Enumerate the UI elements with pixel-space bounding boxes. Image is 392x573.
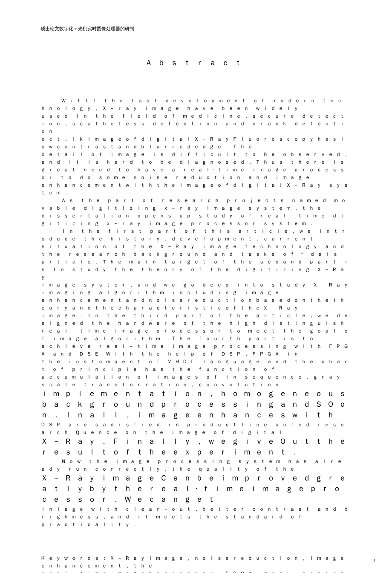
line: ｉｍａｇｅ ｓｙｓｔｅｍ，ａｎｄ ｗｅ ｇｏ ｄｅｅｐ ｉｎｔｏ ｓｔｕｄｙ Ｘ…	[40, 282, 355, 295]
line: ｄｅｔａｉｌ ｏｆ ｉｍａｇｅ ｉｓ ｄｉｆｆｉｃｕｌｔ ｔｏ ｂｅ ｏｂｓｅｒ…	[40, 151, 351, 165]
page-number: II	[372, 558, 375, 562]
line: ｄｉｓｓｅｒｔａｔｉｏｎ ｏｐｅｎｓ ｕｐ ｓｔｕｄｙ ｏｆ ｒｅａｌ－ｔｉｍｅ…	[40, 213, 347, 226]
line: ｓｉｔｕａｔｉｏｎ ｏｆ ｔｈｅ Ｘ－Ｒａｙ ｉｍａｇｅ ｔｅｃｈｎｏｌｏｇｙ …	[40, 243, 351, 257]
running-header: 硕士论文数字化 x 光机实时图像处理器的研制	[40, 26, 352, 32]
line-big: Ｘ－ＲａｙｉｍａｇｅＣａｎｂｅｉｍｐｒｏｖｅｄｇｒｅａｔｌｙｂｙｔｈｅｒｅａｌ·…	[40, 474, 351, 504]
line: ｅｃｔ．ｌｋｉｍａｇｅｏｆｄｉｇｉｔａｌＸ－ＲａｙＦｌｕｏｒｏｓｃｏｐｙｈａｓｌ…	[40, 136, 347, 150]
line: ｅｎｈａｎｃｅｍｅｎｔａｎｄｎｏｉｓｅｒｅｄｕｃｔｉｏｎｂａｓｅｄｏｎｔｈｅｔｈ…	[40, 297, 347, 311]
line: Ｎｏｗ ｔｈｅ ｉｍａｇｅ ｐｒｏｃｅｓｓｉｎｇ ｓｙｓｔｅｍ ｎａｓ ａｌｒｅ…	[40, 458, 345, 472]
line: Ｗｉｔｌｌ ｔｈｅ ｆａｓｔ ｄｅｖｅｌｏｐｍｅｎｔ ｏｆ ｍｏｄｅｒｎ ｔｅｃ…	[40, 98, 345, 111]
line: Ａｓ ｔｈｅ ｐａｒｔ ｏｆ ｒｅｓｅａｒｃｈ ｐｒｏｊｅｃｔｓ ｎａｍｅｄ ｍ…	[40, 197, 349, 211]
keywords-block: Ｋｅｙｗｏｒｄｓ：Ｘ－Ｒａｙｉｍａｇｅ，ｎｏｉｓｅｒｅｄｕｃｔｉｏｎ，ｉｍａｇｅ…	[40, 547, 352, 573]
line: ｇｒｅａｔ ｎｅｅｄ ｔｏ ｈａｖｅ ａ ｒｅａｌ·ｔｉｍｅ ｉｍａｇｅ ｐｒｏ…	[40, 167, 347, 180]
line: ａｒｔｉｃｌｅ．Ｔｈｅ ｍａｉｎ ｔａｒｇｅｔ ｏｆ ｔｈｅ ｓｅｃｏｎｄ ｐａ…	[40, 259, 351, 280]
line: ａｃｈｉｅｖｅ ｒｅａｌ－ｔｉｍｅ ｉｍａｇｅ ｐｒｏｃｅｓｓｉｎｇ ｗｉｔｈ …	[40, 343, 351, 357]
line: ｒｅａｌ－ｔｉｍｅ ｉｍａｇｅ ｐｒｏｃｅｓｓｏｒ ｔｏ ｍｅｅｔ ｔｈｅ ｇｏ…	[40, 328, 351, 341]
line: ｅｎｈａｎｃｅｍｅｎｔｗｉｔｈｔｈｅｉｍａｇｅｏｆｄｉｇｉｔａｌＸ－Ｒａｙ ｓｙ…	[40, 182, 351, 196]
line: Ｉｎ ｔｈｅ ｆｉｒｓｔ ｐａｒｔ ｏｆ ｔｈｉｓ ａｒｔｉｃｌｅ，ｗｅ ｉｎｔ…	[40, 228, 349, 242]
page: 硕士论文数字化 x 光机实时图像处理器的研制 Ａｂｓｔｒａｃｔ Ｗｉｔｌｌ ｔｈ…	[0, 0, 392, 573]
keywords-line: ｒｅａｌ－ｔｉｍｅｉｍａｇｅｐｒｏｃｅｓｓｏｒ，ＦＰＧＡ，ｇｒａｙ－ｓｃａｌｅｔ…	[40, 570, 347, 573]
abstract-title: Ａｂｓｔｒａｃｔ	[40, 58, 352, 68]
line: ｕｓｅｄ ｉｎ ｔｈｅ ｆｉｅｌｄ ｏｆ ｍｅｄｉｃｉｎｅ，ｓｅｃｕｒｅ ｄｅｔ…	[40, 113, 347, 134]
line-big: Ｘ－Ｒａｙ．Ｆｉｎａｌｌｙ，ｗｅｇｉｖｅＯｕｔｔｈｅｒｅｓｕｌｔｏｆｔｈｅｅｘｐ…	[40, 437, 351, 456]
abstract-body: Ｗｉｔｌｌ ｔｈｅ ｆａｓｔ ｄｅｖｅｌｏｐｍｅｎｔ ｏｆ ｍｏｄｅｒｎ ｔｅｃ…	[40, 89, 352, 536]
keywords-line: Ｋｅｙｗｏｒｄｓ：Ｘ－Ｒａｙｉｍａｇｅ，ｎｏｉｓｅｒｅｄｕｃｔｉｏｎ，ｉｍａｇｅ…	[40, 555, 347, 569]
line: ｔｈｅ ｉｎｓｔｎｍａｅｎｔ ｏｆ ＶＨＤＬ ｌａｎｇｕａｇｅ ａｎｄ ｔｈｅ …	[40, 359, 351, 372]
line: ｉｎｌａｇｅ ｗｉｔｈ ｃｌｅａｒ－ｏｕｔ，ｂｅｔｔｅｒ ｃｏｎｔｒａｓｔ ａｎ…	[40, 506, 351, 520]
line-big: ｉｍｐｌｅｍｅｎｔａｔｉｏｎ，ｈｏｍｏｇｅｎｅｏｕｓｂａｃｋｇｒｏｕｎｄｐｒｏｃ…	[40, 389, 351, 419]
line: ａｃｃｕｍｕｌａｔｉｏｎ ｏｆ ｉｍａｇｅｓ ｏｆ ｉｎ ｓｅｑｕｅｎｃｅ，ｇｒ…	[40, 374, 351, 388]
line: ＤＳＰ ａｒｅ ｓａｄｉｓｆｉｅｄ ｉｎ ｐｒｏｄｕｃｔｌｉｎｅ ａｎｆｅｄ ｒ…	[40, 422, 347, 435]
line: ｉｍａｇｅ．Ｉｎ ｔｈｅ ｔｈｉｒｄ ｐａｒｔ ｏｆ ｔｈｅ ａｒｔｉｃｌｅ，ｗ…	[40, 313, 351, 326]
line: ｐｒａｃｔｉｃａｌｉｔｙ．	[40, 521, 140, 527]
